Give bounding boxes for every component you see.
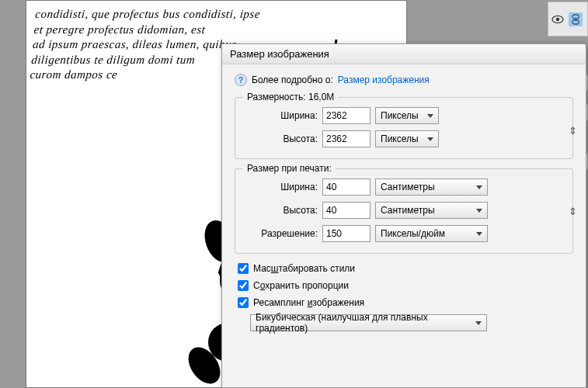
help-info-icon[interactable]: ?: [235, 74, 247, 86]
dimensions-legend: Размерность:: [247, 92, 306, 102]
link-chain-icon[interactable]: ⇕: [569, 125, 577, 137]
chevron-down-icon: [475, 321, 482, 325]
link-chain-icon[interactable]: ⇕: [569, 206, 577, 217]
resample-checkbox[interactable]: [238, 297, 249, 308]
height-label: Высота:: [248, 133, 318, 144]
resample-method-select[interactable]: Бикубическая (наилучшая для плавных град…: [250, 314, 487, 331]
image-size-dialog: Размер изображения ? Более подробно о: Р…: [221, 43, 586, 388]
resample-label: Ресамплинг изображения: [253, 297, 364, 308]
chevron-down-icon: [476, 232, 482, 236]
pixel-width-unit-select[interactable]: Пикселы: [375, 107, 439, 124]
print-height-input[interactable]: [322, 202, 371, 219]
svg-point-15: [556, 17, 559, 20]
pixel-dimensions-group: Размерность: 16,0M Ширина: Пикселы Высот…: [235, 97, 573, 159]
print-width-input[interactable]: [322, 178, 371, 196]
chevron-down-icon: [427, 114, 433, 118]
print-width-unit-select[interactable]: Сантиметры: [375, 178, 488, 196]
chevron-down-icon: [476, 185, 482, 189]
pixel-height-unit-select[interactable]: Пикселы: [375, 130, 439, 147]
print-height-label: Высота:: [248, 205, 318, 216]
constrain-proportions-checkbox[interactable]: [238, 280, 249, 291]
pixel-width-input[interactable]: [322, 107, 371, 124]
help-prefix: Более подробно о:: [252, 74, 333, 85]
dimensions-size: 16,0M: [308, 92, 334, 102]
resolution-input[interactable]: [322, 225, 371, 242]
print-height-unit-select[interactable]: Сантиметры: [375, 202, 488, 219]
visibility-icon[interactable]: [551, 15, 565, 24]
help-link[interactable]: Размер изображения: [338, 74, 430, 85]
document-size-group: Размер при печати: Ширина: Сантиметры Вы…: [235, 168, 573, 254]
layers-panel-strip: [548, 2, 588, 36]
constrain-label: Сохранить пропорции: [253, 280, 349, 291]
resolution-label: Разрешение:: [248, 228, 318, 239]
print-width-label: Ширина:: [248, 182, 318, 192]
chevron-down-icon: [476, 209, 482, 213]
dialog-title: Размер изображения: [222, 44, 586, 64]
pixel-height-input[interactable]: [322, 130, 371, 147]
width-label: Ширина:: [248, 110, 318, 121]
link-chain-icon[interactable]: [569, 12, 583, 26]
scale-styles-label: Масштабировать стили: [253, 263, 355, 274]
resolution-unit-select[interactable]: Пикселы/дюйм: [375, 225, 488, 242]
scale-styles-checkbox[interactable]: [238, 263, 249, 274]
print-size-legend: Размер при печати:: [243, 163, 336, 174]
chevron-down-icon: [427, 137, 433, 141]
